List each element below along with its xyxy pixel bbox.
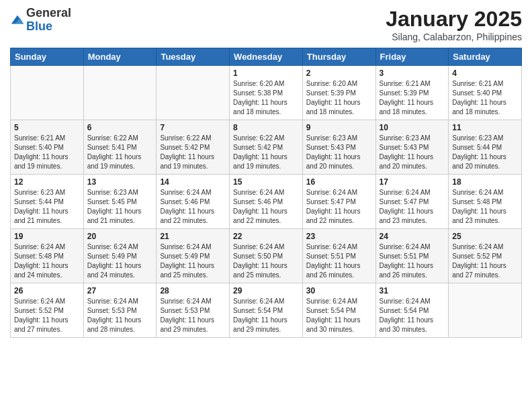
weekday-header-tuesday: Tuesday — [157, 48, 230, 66]
calendar-cell: 12Sunrise: 6:23 AMSunset: 5:44 PMDayligh… — [11, 175, 84, 229]
day-number: 30 — [306, 286, 372, 295]
weekday-header-monday: Monday — [83, 48, 157, 66]
day-number: 3 — [380, 68, 445, 78]
day-info: Sunrise: 6:24 AMSunset: 5:48 PMDaylight:… — [14, 242, 80, 280]
day-number: 4 — [452, 68, 518, 78]
logo-blue-text: Blue — [26, 20, 71, 34]
calendar-cell: 23Sunrise: 6:24 AMSunset: 5:51 PMDayligh… — [302, 229, 375, 283]
calendar-week-row: 19Sunrise: 6:24 AMSunset: 5:48 PMDayligh… — [11, 229, 522, 283]
calendar-cell: 18Sunrise: 6:24 AMSunset: 5:48 PMDayligh… — [449, 175, 522, 229]
calendar-cell: 22Sunrise: 6:24 AMSunset: 5:50 PMDayligh… — [230, 229, 303, 283]
day-number: 23 — [306, 232, 372, 241]
calendar-week-row: 26Sunrise: 6:24 AMSunset: 5:52 PMDayligh… — [11, 283, 522, 338]
calendar-cell — [83, 66, 157, 120]
day-info: Sunrise: 6:23 AMSunset: 5:44 PMDaylight:… — [14, 188, 80, 226]
calendar-cell: 17Sunrise: 6:24 AMSunset: 5:47 PMDayligh… — [375, 175, 449, 229]
day-info: Sunrise: 6:20 AMSunset: 5:39 PMDaylight:… — [306, 79, 372, 117]
calendar-cell: 7Sunrise: 6:22 AMSunset: 5:42 PMDaylight… — [157, 120, 230, 175]
day-info: Sunrise: 6:24 AMSunset: 5:51 PMDaylight:… — [306, 242, 372, 280]
day-info: Sunrise: 6:24 AMSunset: 5:46 PMDaylight:… — [233, 188, 299, 226]
day-number: 16 — [306, 177, 372, 187]
calendar-cell: 15Sunrise: 6:24 AMSunset: 5:46 PMDayligh… — [230, 175, 303, 229]
day-info: Sunrise: 6:24 AMSunset: 5:53 PMDaylight:… — [160, 297, 226, 334]
day-number: 22 — [233, 232, 299, 241]
logo-text: General Blue — [26, 7, 71, 34]
title-block: January 2025 Silang, Calabarzon, Philipp… — [386, 7, 522, 42]
calendar-week-row: 1Sunrise: 6:20 AMSunset: 5:38 PMDaylight… — [11, 66, 522, 120]
day-info: Sunrise: 6:21 AMSunset: 5:40 PMDaylight:… — [14, 134, 80, 171]
day-info: Sunrise: 6:24 AMSunset: 5:49 PMDaylight:… — [87, 242, 153, 280]
day-info: Sunrise: 6:24 AMSunset: 5:50 PMDaylight:… — [233, 242, 299, 280]
day-info: Sunrise: 6:22 AMSunset: 5:41 PMDaylight:… — [87, 134, 153, 171]
calendar-cell: 10Sunrise: 6:23 AMSunset: 5:43 PMDayligh… — [375, 120, 449, 175]
calendar-week-row: 12Sunrise: 6:23 AMSunset: 5:44 PMDayligh… — [11, 175, 522, 229]
calendar-cell: 19Sunrise: 6:24 AMSunset: 5:48 PMDayligh… — [11, 229, 84, 283]
calendar-cell — [157, 66, 230, 120]
weekday-header-saturday: Saturday — [449, 48, 522, 66]
page-header: General Blue January 2025 Silang, Calaba… — [10, 7, 522, 42]
calendar-cell: 2Sunrise: 6:20 AMSunset: 5:39 PMDaylight… — [302, 66, 375, 120]
day-info: Sunrise: 6:24 AMSunset: 5:52 PMDaylight:… — [452, 242, 518, 280]
day-info: Sunrise: 6:24 AMSunset: 5:46 PMDaylight:… — [160, 188, 226, 226]
calendar-cell: 25Sunrise: 6:24 AMSunset: 5:52 PMDayligh… — [449, 229, 522, 283]
day-number: 2 — [306, 68, 372, 78]
day-number: 25 — [452, 232, 518, 241]
calendar-cell: 3Sunrise: 6:21 AMSunset: 5:39 PMDaylight… — [375, 66, 449, 120]
day-number: 18 — [452, 177, 518, 187]
calendar-cell: 16Sunrise: 6:24 AMSunset: 5:47 PMDayligh… — [302, 175, 375, 229]
day-number: 20 — [87, 232, 153, 241]
weekday-header-friday: Friday — [375, 48, 449, 66]
calendar-cell: 30Sunrise: 6:24 AMSunset: 5:54 PMDayligh… — [302, 283, 375, 338]
calendar-table: SundayMondayTuesdayWednesdayThursdayFrid… — [10, 48, 522, 338]
calendar-cell: 28Sunrise: 6:24 AMSunset: 5:53 PMDayligh… — [157, 283, 230, 338]
weekday-header-sunday: Sunday — [11, 48, 84, 66]
calendar-cell: 26Sunrise: 6:24 AMSunset: 5:52 PMDayligh… — [11, 283, 84, 338]
calendar-cell: 21Sunrise: 6:24 AMSunset: 5:49 PMDayligh… — [157, 229, 230, 283]
day-number: 31 — [380, 286, 445, 295]
day-info: Sunrise: 6:22 AMSunset: 5:42 PMDaylight:… — [233, 134, 299, 171]
calendar-cell: 14Sunrise: 6:24 AMSunset: 5:46 PMDayligh… — [157, 175, 230, 229]
day-number: 6 — [87, 123, 153, 132]
day-info: Sunrise: 6:23 AMSunset: 5:45 PMDaylight:… — [87, 188, 153, 226]
day-info: Sunrise: 6:24 AMSunset: 5:48 PMDaylight:… — [452, 188, 518, 226]
calendar-week-row: 5Sunrise: 6:21 AMSunset: 5:40 PMDaylight… — [11, 120, 522, 175]
day-number: 24 — [380, 232, 445, 241]
calendar-cell: 6Sunrise: 6:22 AMSunset: 5:41 PMDaylight… — [83, 120, 157, 175]
calendar-cell: 27Sunrise: 6:24 AMSunset: 5:53 PMDayligh… — [83, 283, 157, 338]
day-number: 5 — [14, 123, 80, 132]
day-info: Sunrise: 6:24 AMSunset: 5:52 PMDaylight:… — [14, 297, 80, 334]
day-number: 10 — [380, 123, 445, 132]
weekday-header-wednesday: Wednesday — [230, 48, 303, 66]
weekday-header-thursday: Thursday — [302, 48, 375, 66]
day-info: Sunrise: 6:24 AMSunset: 5:47 PMDaylight:… — [306, 188, 372, 226]
day-number: 8 — [233, 123, 299, 132]
calendar-cell: 31Sunrise: 6:24 AMSunset: 5:54 PMDayligh… — [375, 283, 449, 338]
calendar-cell: 11Sunrise: 6:23 AMSunset: 5:44 PMDayligh… — [449, 120, 522, 175]
day-number: 13 — [87, 177, 153, 187]
weekday-header-row: SundayMondayTuesdayWednesdayThursdayFrid… — [11, 48, 522, 66]
calendar-cell: 29Sunrise: 6:24 AMSunset: 5:54 PMDayligh… — [230, 283, 303, 338]
day-number: 12 — [14, 177, 80, 187]
day-info: Sunrise: 6:24 AMSunset: 5:47 PMDaylight:… — [380, 188, 445, 226]
day-info: Sunrise: 6:22 AMSunset: 5:42 PMDaylight:… — [160, 134, 226, 171]
logo: General Blue — [10, 7, 71, 34]
day-number: 28 — [160, 286, 226, 295]
day-number: 1 — [233, 68, 299, 78]
day-info: Sunrise: 6:23 AMSunset: 5:43 PMDaylight:… — [380, 134, 445, 171]
day-number: 11 — [452, 123, 518, 132]
calendar-cell: 9Sunrise: 6:23 AMSunset: 5:43 PMDaylight… — [302, 120, 375, 175]
day-info: Sunrise: 6:24 AMSunset: 5:54 PMDaylight:… — [380, 297, 445, 334]
day-number: 17 — [380, 177, 445, 187]
day-number: 9 — [306, 123, 372, 132]
calendar-cell: 13Sunrise: 6:23 AMSunset: 5:45 PMDayligh… — [83, 175, 157, 229]
day-info: Sunrise: 6:23 AMSunset: 5:44 PMDaylight:… — [452, 134, 518, 171]
logo-general-text: General — [26, 7, 71, 20]
day-info: Sunrise: 6:24 AMSunset: 5:51 PMDaylight:… — [380, 242, 445, 280]
day-number: 15 — [233, 177, 299, 187]
day-info: Sunrise: 6:23 AMSunset: 5:43 PMDaylight:… — [306, 134, 372, 171]
day-number: 26 — [14, 286, 80, 295]
calendar-cell: 24Sunrise: 6:24 AMSunset: 5:51 PMDayligh… — [375, 229, 449, 283]
calendar-cell: 1Sunrise: 6:20 AMSunset: 5:38 PMDaylight… — [230, 66, 303, 120]
calendar-cell: 20Sunrise: 6:24 AMSunset: 5:49 PMDayligh… — [83, 229, 157, 283]
day-info: Sunrise: 6:24 AMSunset: 5:54 PMDaylight:… — [233, 297, 299, 334]
